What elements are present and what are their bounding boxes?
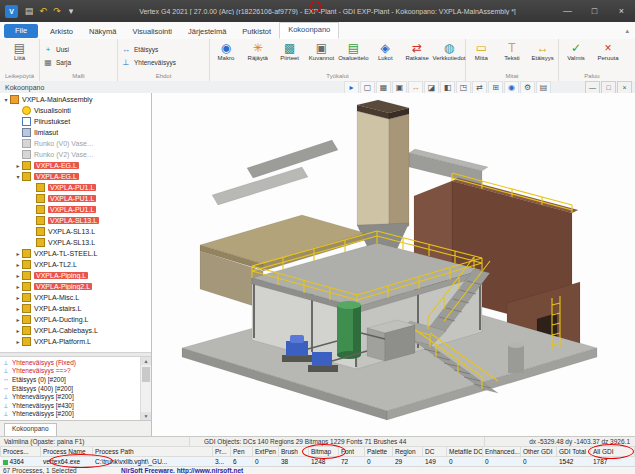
exhaust-tower[interactable] — [357, 100, 409, 249]
title-bar[interactable]: V ▤ ↶ ↷ ▾ Vertex G4 2021 [ 27.0.00 (Arc)… — [0, 0, 635, 22]
pick-arrow-icon[interactable]: ▸ — [344, 81, 359, 94]
coincident-constraint-button[interactable]: ⊥ Yhteneväisyys — [121, 56, 176, 69]
nirsoft-brand-link[interactable]: NirSoft Freeware. http://www.nirsoft.net — [121, 467, 243, 474]
constraint-item[interactable]: ⊥ Yhteneväisyys ==>? — [0, 367, 141, 376]
tree-item[interactable]: ▸ VXPLA-Piping2.L — [0, 281, 151, 292]
gdiview-cell[interactable]: 0 — [483, 457, 521, 467]
constraint-item[interactable]: ⊥ Yhteneväisyys [#200] — [0, 410, 141, 419]
expander-icon[interactable]: ▸ — [14, 305, 22, 312]
views-button[interactable]: ▣ Kuvannot — [306, 40, 338, 71]
ribbon-tab[interactable]: Visualisointi — [125, 25, 180, 39]
tree-item[interactable]: Runko (V0) Vase… — [0, 138, 151, 149]
panel-tab-kokoonpano[interactable]: Kokoonpano — [4, 423, 57, 436]
cable-trays[interactable] — [212, 140, 338, 205]
constraint-item[interactable]: ↔ Etäisyys (0) [#200] — [0, 375, 141, 384]
ribbon-tab[interactable]: Arkisto — [42, 25, 81, 39]
gdiview-column-header[interactable]: All GDI — [591, 447, 635, 457]
tree-item[interactable]: ▸ VXPLA-Platform.L — [0, 336, 151, 347]
gdiview-column-header[interactable]: Pen — [231, 447, 253, 457]
tree-item[interactable]: VXPLA-PU1.L — [0, 204, 151, 215]
series-button[interactable]: ▦ Sarja — [43, 56, 71, 69]
constraint-item[interactable]: ⊥ Yhteneväisyys [#430] — [0, 401, 141, 410]
expander-icon[interactable]: ▾ — [14, 173, 22, 180]
constraint-item[interactable]: ↔ Etäisyys (400) [#200] — [0, 384, 141, 393]
section-plane-icon[interactable]: ◪ — [424, 81, 439, 94]
equipment-box[interactable] — [367, 320, 415, 361]
explode-button[interactable]: ✳ Räjäytä — [242, 40, 274, 71]
show-objects-icon[interactable]: ▣ — [392, 81, 407, 94]
expander-icon[interactable]: ▸ — [14, 327, 22, 334]
tree-item[interactable]: ▸ VXPLA-EG.L — [0, 160, 151, 171]
hide-objects-icon[interactable]: ▦ — [376, 81, 391, 94]
gdiview-column-header[interactable]: ExtPen — [253, 447, 279, 457]
gdiview-column-header[interactable]: Brush — [279, 447, 309, 457]
gdiview-row[interactable]: 4364vertex64.exeC:\trunk\vxlib.vght\_GU.… — [1, 457, 635, 467]
expander-icon[interactable]: ▾ — [2, 96, 10, 103]
paste-button[interactable]: ▤ Liitä — [4, 40, 36, 71]
expander-icon[interactable]: ▸ — [14, 338, 22, 345]
scrollbar-thumb[interactable] — [142, 367, 150, 382]
swap-view-icon[interactable]: ⇄ — [472, 81, 487, 94]
expander-icon[interactable]: ▸ — [14, 250, 22, 257]
redo-icon[interactable]: ↷ — [50, 6, 64, 16]
gdiview-column-header[interactable]: Metafile DC — [447, 447, 483, 457]
tree-item[interactable]: VXPLA-PU1.L — [0, 193, 151, 204]
model-tree-icon[interactable]: ▤ — [536, 81, 551, 94]
tree-item[interactable]: Ilmiasut — [0, 127, 151, 138]
box-select-icon[interactable]: ▢ — [360, 81, 375, 94]
tree-item[interactable]: ▾ VXPLA-MainAssembly — [0, 94, 151, 105]
save-icon[interactable]: ▤ — [22, 6, 36, 16]
scroll-down-icon[interactable]: ▼ — [141, 412, 151, 420]
mdi-restore-button[interactable]: □ — [601, 81, 616, 94]
expander-icon[interactable]: ▸ — [14, 316, 22, 323]
gdiview-cell[interactable]: 0 — [365, 457, 393, 467]
scroll-up-icon[interactable]: ▲ — [141, 357, 151, 365]
model-viewport[interactable] — [152, 93, 635, 436]
gdiview-column-header[interactable]: DC — [423, 447, 447, 457]
undo-icon[interactable]: ↶ — [36, 6, 50, 16]
tree-item[interactable]: ▸ VXPLA-TL-STEEL.L — [0, 248, 151, 259]
gdiview-cell[interactable]: 72 — [339, 457, 365, 467]
constraint-item[interactable]: ⊥ Yhteneväisyys (Fixed) — [0, 358, 141, 367]
tree-item[interactable]: ▸ VXPLA-Piping.L — [0, 270, 151, 281]
ribbon-tab[interactable]: File — [4, 24, 38, 38]
gdiview-cell[interactable]: 6 — [231, 457, 253, 467]
gdiview-cell[interactable]: C:\trunk\vxlib.vght\_GU... — [93, 457, 213, 467]
gdiview-cell[interactable]: 149 — [423, 457, 447, 467]
tree-item[interactable]: Visualisointi — [0, 105, 151, 116]
collapse-ribbon-icon[interactable]: ▴ — [625, 27, 629, 35]
zoom-extents-icon[interactable]: ⊞ — [488, 81, 503, 94]
ribbon-tab[interactable]: Järjestelmä — [180, 25, 234, 39]
tree-item[interactable]: VXPLA-SL13.L — [0, 237, 151, 248]
ribbon-tab[interactable]: Kokoonpano — [279, 22, 339, 39]
gdiview-cell[interactable]: 29 — [393, 457, 423, 467]
gdiview-column-header[interactable]: Other GDI — [521, 447, 557, 457]
gdiview-cell[interactable]: 4364 — [1, 457, 41, 467]
macro-button[interactable]: ◉ Makro — [210, 40, 242, 71]
close-button[interactable]: × — [608, 0, 635, 22]
gdiview-column-header[interactable]: GDI Total — [557, 447, 591, 457]
3d-model-view[interactable] — [152, 93, 635, 436]
tree-item[interactable]: VXPLA-SL13.L — [0, 215, 151, 226]
tree-item[interactable]: ▸ VXPLA-stairs.L — [0, 303, 151, 314]
text-button[interactable]: T Teksti — [497, 40, 528, 71]
gdiview-column-header[interactable]: Font — [339, 447, 365, 457]
ribbon-tab[interactable]: Näkymä — [81, 25, 125, 39]
gdiview-column-header[interactable]: Process Path — [93, 447, 213, 457]
gdiview-column-header[interactable]: Enhanced... — [483, 447, 521, 457]
constraint-scrollbar[interactable]: ▲ ▼ — [140, 357, 151, 420]
expander-icon[interactable]: ▸ — [14, 283, 22, 290]
ribbon-tab[interactable]: Putkistot — [234, 25, 279, 39]
features-button[interactable]: ▩ Piirteet — [274, 40, 306, 71]
new-component-button[interactable]: + Uusi — [43, 43, 69, 56]
expander-icon[interactable]: ▸ — [14, 272, 22, 279]
distance-dim-button[interactable]: ↔ Etäisyys — [527, 40, 558, 71]
solve-button[interactable]: ⇄ Ratkaise — [401, 40, 433, 71]
gdiview-cell[interactable]: vertex64.exe — [41, 457, 93, 467]
tree-item[interactable]: Runko (V2) Vase… — [0, 149, 151, 160]
expander-icon[interactable]: ▸ — [14, 162, 22, 169]
gdiview-cell[interactable]: 0 — [521, 457, 557, 467]
done-button[interactable]: ✓ Valmis — [560, 40, 592, 71]
storage-tank[interactable] — [337, 301, 361, 359]
tree-item[interactable]: VXPLA-PU1.L — [0, 182, 151, 193]
